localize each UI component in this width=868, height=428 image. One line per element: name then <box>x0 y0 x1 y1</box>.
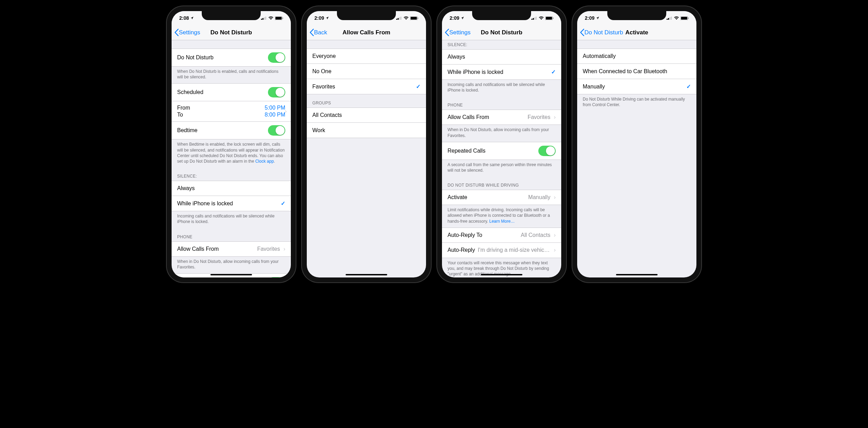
switch-on[interactable] <box>538 146 556 156</box>
home-indicator[interactable] <box>210 274 252 275</box>
footer-text: Incoming calls and notifications will be… <box>442 80 561 96</box>
cell-label: Manually <box>583 84 686 90</box>
nav-bar: Settings Do Not Disturb <box>172 25 291 40</box>
option-manually[interactable]: Manually ✓ <box>577 79 696 94</box>
cell-label: Repeated Calls <box>448 148 538 154</box>
chevron-back-icon <box>310 29 314 36</box>
silence-always-row[interactable]: Always <box>442 49 561 65</box>
chevron-right-icon: › <box>284 246 285 252</box>
chevron-right-icon: › <box>554 232 556 238</box>
auto-reply-row[interactable]: Auto-Reply I'm driving a mid-size vehicl… <box>442 243 561 258</box>
location-icon <box>190 16 194 20</box>
status-time: 2:09 <box>450 15 459 21</box>
svg-rect-16 <box>534 17 535 20</box>
option-favorites[interactable]: Favorites ✓ <box>307 79 426 94</box>
nav-back-button[interactable]: Back <box>307 29 327 36</box>
cell-label: Always <box>177 185 285 191</box>
svg-rect-14 <box>531 19 532 20</box>
svg-rect-5 <box>276 17 282 19</box>
silence-while-locked-row[interactable]: While iPhone is locked ✓ <box>172 196 291 211</box>
settings-list[interactable]: Automatically When Connected to Car Blue… <box>577 40 696 277</box>
checkmark-icon: ✓ <box>416 83 420 90</box>
allow-calls-row[interactable]: Allow Calls From Favorites › <box>172 241 291 257</box>
dnd-toggle-row[interactable]: Do Not Disturb <box>172 49 291 67</box>
option-work[interactable]: Work <box>307 123 426 138</box>
switch-on[interactable] <box>268 125 285 136</box>
option-all-contacts[interactable]: All Contacts <box>307 108 426 123</box>
svg-rect-8 <box>398 18 399 20</box>
cell-label: Activate <box>448 194 528 200</box>
svg-rect-19 <box>546 17 552 19</box>
silence-while-locked-row[interactable]: While iPhone is locked ✓ <box>442 65 561 80</box>
home-indicator[interactable] <box>346 274 387 275</box>
silence-always-row[interactable]: Always <box>172 181 291 196</box>
allow-calls-row[interactable]: Allow Calls From Favorites › <box>442 110 561 125</box>
location-icon <box>461 16 464 20</box>
cell-label: Always <box>448 54 556 60</box>
from-value: 5:00 PM <box>264 105 285 111</box>
svg-rect-21 <box>667 19 668 20</box>
settings-list[interactable]: SILENCE: Always While iPhone is locked ✓… <box>442 40 561 277</box>
cell-value: All Contacts <box>521 232 552 238</box>
cell-label: Allow Calls From <box>448 114 528 120</box>
cell-label: Automatically <box>583 53 691 59</box>
home-indicator[interactable] <box>481 274 522 275</box>
nav-back-button[interactable]: Do Not Disturb <box>577 29 623 36</box>
bedtime-toggle-row[interactable]: Bedtime <box>172 122 291 139</box>
svg-rect-9 <box>399 17 400 20</box>
nav-bar: Back Allow Calls From <box>307 25 426 40</box>
learn-more-link[interactable]: Learn More… <box>489 219 515 224</box>
nav-back-button[interactable]: Settings <box>172 29 200 36</box>
activate-row[interactable]: Activate Manually › <box>442 190 561 205</box>
scheduled-toggle-row[interactable]: Scheduled <box>172 83 291 101</box>
home-indicator[interactable] <box>616 274 658 275</box>
option-everyone[interactable]: Everyone <box>307 49 426 64</box>
nav-bar: Settings Do Not Disturb <box>442 25 561 40</box>
switch-on[interactable] <box>268 87 285 97</box>
wifi-icon <box>268 16 274 20</box>
nav-back-button[interactable]: Settings <box>442 29 470 36</box>
cell-label: Do Not Disturb <box>177 54 268 61</box>
nav-title: Allow Calls From <box>342 29 390 36</box>
to-value: 8:00 PM <box>264 112 285 118</box>
svg-rect-17 <box>536 17 537 20</box>
notch <box>337 11 396 20</box>
cell-label: All Contacts <box>312 112 420 118</box>
battery-icon <box>680 16 689 20</box>
settings-list[interactable]: Everyone No One Favorites ✓ GROUPS All C… <box>307 40 426 277</box>
nav-back-label: Settings <box>449 29 470 36</box>
battery-icon <box>410 16 418 20</box>
svg-rect-12 <box>411 17 417 19</box>
schedule-time-row[interactable]: From5:00 PM To8:00 PM › <box>172 101 291 122</box>
chevron-back-icon <box>445 29 449 36</box>
notch <box>607 11 666 20</box>
chevron-back-icon <box>580 29 584 36</box>
cell-value: Favorites <box>528 114 552 120</box>
svg-rect-15 <box>533 18 534 20</box>
repeated-calls-row[interactable]: Repeated Calls <box>442 142 561 160</box>
footer-text: Limit notifications while driving. Incom… <box>442 205 561 228</box>
clock-app-link[interactable]: Clock app <box>255 159 274 164</box>
svg-rect-1 <box>262 18 263 20</box>
section-header-silence: SILENCE: <box>442 40 561 49</box>
svg-rect-3 <box>265 17 266 20</box>
cell-label: Scheduled <box>177 89 268 95</box>
settings-list[interactable]: Do Not Disturb When Do Not Disturb is en… <box>172 40 291 277</box>
cell-value: Favorites <box>257 246 281 252</box>
wifi-icon <box>539 16 544 20</box>
svg-rect-2 <box>264 17 265 20</box>
option-car-bluetooth[interactable]: When Connected to Car Bluetooth <box>577 64 696 79</box>
switch-on[interactable] <box>268 52 285 63</box>
checkmark-icon: ✓ <box>551 69 556 75</box>
footer-text: When in Do Not Disturb, allow incoming c… <box>442 125 561 142</box>
nav-back-label: Do Not Disturb <box>584 29 623 36</box>
option-automatically[interactable]: Automatically <box>577 49 696 64</box>
switch-on[interactable] <box>268 277 285 277</box>
chevron-back-icon <box>174 29 179 36</box>
cell-label: Everyone <box>312 53 420 59</box>
cell-value: Manually <box>528 194 552 200</box>
option-no-one[interactable]: No One <box>307 64 426 79</box>
svg-rect-24 <box>671 17 672 20</box>
screen-4: 2:09 Do Not Disturb Activate Automatical… <box>577 11 696 277</box>
auto-reply-to-row[interactable]: Auto-Reply To All Contacts › <box>442 228 561 243</box>
